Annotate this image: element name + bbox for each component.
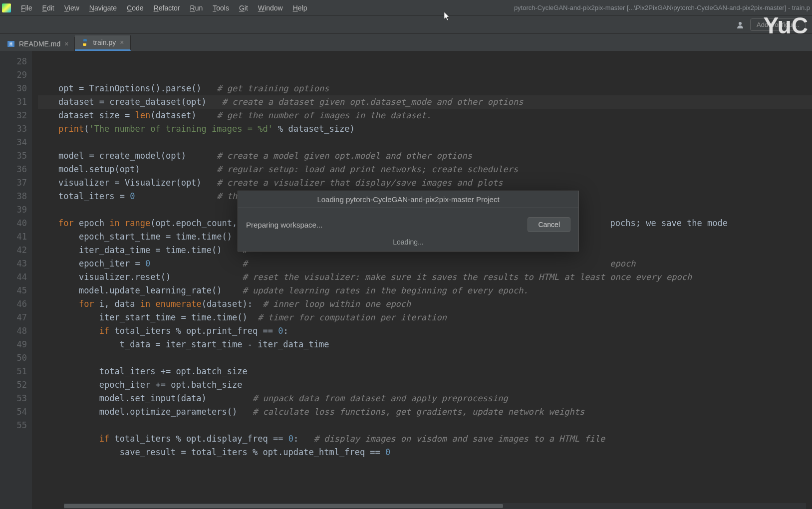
code-line[interactable]	[38, 351, 812, 365]
code-area[interactable]: opt = TrainOptions().parse() # get train…	[32, 51, 812, 509]
run-configuration-dropdown[interactable]: Add Configur...	[750, 18, 806, 31]
line-number: 41	[0, 230, 27, 244]
line-number: 51	[0, 365, 27, 378]
code-line[interactable]: print('The number of training images = %…	[38, 122, 812, 136]
close-icon[interactable]: ×	[120, 38, 124, 46]
editor-tabs: MREADME.md×train.py×	[0, 34, 812, 51]
line-number: 36	[0, 163, 27, 176]
avatar-icon[interactable]	[736, 21, 744, 29]
code-line[interactable]: iter_start_time = time.time() # timer fo…	[38, 311, 812, 324]
line-number: 32	[0, 109, 27, 122]
menu-help[interactable]: Help	[288, 2, 312, 14]
line-number: 55	[0, 419, 27, 432]
menu-file[interactable]: File	[16, 2, 37, 14]
line-number: 45	[0, 284, 27, 297]
line-number: 53	[0, 392, 27, 405]
code-line[interactable]	[38, 136, 812, 149]
code-line[interactable]: opt = TrainOptions().parse() # get train…	[38, 82, 812, 95]
dialog-footer-status: Loading...	[238, 238, 578, 251]
mouse-cursor-icon	[444, 12, 450, 21]
code-line[interactable]: epoch_iter = 0 # epoch	[38, 257, 812, 270]
code-line[interactable]: if total_iters % opt.print_freq == 0:	[38, 324, 812, 338]
code-line[interactable]: model.update_learning_rate() # update le…	[38, 284, 812, 297]
loading-project-dialog: Loading pytorch-CycleGAN-and-pix2pix-mas…	[238, 191, 579, 252]
code-line[interactable]: dataset = create_dataset(opt) # create a…	[38, 95, 812, 109]
line-number: 38	[0, 190, 27, 203]
line-number: 33	[0, 122, 27, 136]
tab-README-md[interactable]: MREADME.md×	[1, 37, 75, 51]
menu-navigate[interactable]: Navigate	[84, 2, 122, 14]
menu-run[interactable]: Run	[185, 2, 208, 14]
line-number: 34	[0, 136, 27, 149]
tab-label: train.py	[93, 38, 116, 46]
md-icon: M	[7, 40, 15, 48]
menu-edit[interactable]: Edit	[37, 2, 59, 14]
code-line[interactable]: total_iters += opt.batch_size	[38, 365, 812, 378]
menu-git[interactable]: Git	[234, 2, 253, 14]
svg-point-0	[739, 22, 742, 25]
code-line[interactable]: visualizer = Visualizer(opt) # create a …	[38, 176, 812, 190]
line-number: 48	[0, 324, 27, 338]
line-number: 46	[0, 297, 27, 311]
code-line[interactable]: dataset_size = len(dataset) # get the nu…	[38, 109, 812, 122]
code-line[interactable]: model.setup(opt) # regular setup: load a…	[38, 163, 812, 176]
line-number: 47	[0, 311, 27, 324]
window-title-path: pytorch-CycleGAN-and-pix2pix-master [...…	[514, 4, 810, 11]
horizontal-scrollbar[interactable]	[64, 503, 806, 509]
code-line[interactable]: model.set_input(data) # unpack data from…	[38, 392, 812, 405]
dialog-title: Loading pytorch-CycleGAN-and-pix2pix-mas…	[238, 191, 578, 208]
line-number: 40	[0, 217, 27, 230]
horizontal-scrollbar-thumb[interactable]	[64, 504, 503, 508]
py-icon	[81, 38, 89, 46]
line-number: 52	[0, 378, 27, 392]
line-number: 44	[0, 270, 27, 284]
pycharm-app-icon	[2, 3, 11, 12]
tab-train-py[interactable]: train.py×	[75, 35, 130, 51]
code-line[interactable]: visualizer.reset() # reset the visualize…	[38, 270, 812, 284]
code-line[interactable]: t_data = iter_start_time - iter_data_tim…	[38, 338, 812, 351]
code-line[interactable]: model.optimize_parameters() # calculate …	[38, 405, 812, 419]
line-number: 43	[0, 257, 27, 270]
tab-label: README.md	[19, 40, 60, 48]
toolbar: Add Configur...	[0, 16, 812, 34]
line-number: 39	[0, 203, 27, 217]
menu-refactor[interactable]: Refactor	[149, 2, 185, 14]
cancel-button[interactable]: Cancel	[528, 217, 570, 232]
menu-view[interactable]: View	[59, 2, 84, 14]
line-number: 30	[0, 82, 27, 95]
line-number-gutter: 2829303132333435363738394041424344454647…	[0, 51, 32, 509]
code-line[interactable]: for i, data in enumerate(dataset): # inn…	[38, 297, 812, 311]
code-line[interactable]	[38, 419, 812, 432]
line-number: 54	[0, 405, 27, 419]
line-number: 50	[0, 351, 27, 365]
editor: 2829303132333435363738394041424344454647…	[0, 51, 812, 509]
close-icon[interactable]: ×	[64, 40, 68, 48]
code-line[interactable]: save_result = total_iters % opt.update_h…	[38, 446, 812, 459]
line-number: 42	[0, 244, 27, 257]
code-line[interactable]: model = create_model(opt) # create a mod…	[38, 149, 812, 163]
line-number: 49	[0, 338, 27, 351]
menu-window[interactable]: Window	[253, 2, 288, 14]
line-number: 35	[0, 149, 27, 163]
menu-code[interactable]: Code	[122, 2, 148, 14]
menu-tools[interactable]: Tools	[208, 2, 234, 14]
dialog-message: Preparing workspace...	[246, 221, 322, 229]
code-line[interactable]: if total_iters % opt.display_freq == 0: …	[38, 432, 812, 446]
code-line[interactable]: epoch_iter += opt.batch_size	[38, 378, 812, 392]
line-number: 37	[0, 176, 27, 190]
menubar: FileEditViewNavigateCodeRefactorRunTools…	[0, 0, 812, 16]
svg-text:M: M	[9, 42, 12, 47]
line-number: 29	[0, 68, 27, 82]
line-number: 28	[0, 55, 27, 68]
line-number: 31	[0, 95, 27, 109]
